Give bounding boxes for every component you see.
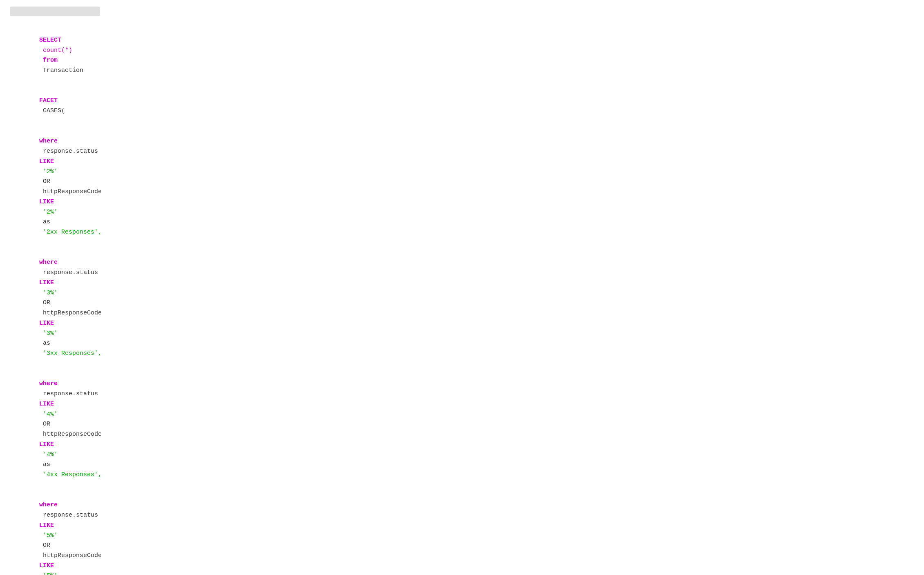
keyword-like-6: LIKE — [39, 441, 54, 448]
field-rs-4: response.status — [39, 512, 102, 519]
table-name: Transaction — [39, 67, 83, 74]
val-5pct-1: '5%' — [39, 532, 58, 539]
field-hrc-3: httpResponseCode — [39, 431, 105, 438]
code-line-6: where response.status LIKE '5%' OR httpR… — [10, 490, 914, 575]
keyword-where-2: where — [39, 259, 58, 266]
keyword-where-3: where — [39, 380, 58, 387]
val-5pct-2: '5%' — [39, 573, 58, 575]
keyword-cases: CASES( — [39, 107, 65, 114]
code-line-1: SELECT count(*) from Transaction — [10, 25, 914, 86]
kw-as-1: as — [39, 218, 50, 225]
kw-as-3: as — [39, 461, 50, 468]
keyword-where-4: where — [39, 501, 58, 508]
kw-or-4: OR — [39, 542, 50, 549]
keyword-facet: FACET — [39, 97, 58, 104]
val-3pct-2: '3%' — [39, 330, 58, 337]
kw-or-3: OR — [39, 421, 50, 428]
keyword-like-3: LIKE — [39, 279, 54, 286]
keyword-like-1: LIKE — [39, 158, 54, 165]
keyword-from: from — [39, 57, 58, 64]
query-code-block: SELECT count(*) from Transaction FACET C… — [10, 24, 914, 575]
field-rs-1: response.status — [39, 148, 102, 155]
label-4xx: '4xx Responses', — [39, 471, 102, 478]
field-hrc-1: httpResponseCode — [39, 188, 105, 195]
code-line-2: FACET CASES( — [10, 86, 914, 127]
field-hrc-4: httpResponseCode — [39, 552, 105, 559]
title-placeholder — [10, 7, 100, 16]
keyword-select: SELECT — [39, 37, 61, 44]
label-3xx: '3xx Responses', — [39, 350, 102, 357]
field-hrc-2: httpResponseCode — [39, 310, 105, 316]
keyword-like-7: LIKE — [39, 522, 54, 529]
val-2pct-2: '2%' — [39, 209, 58, 216]
val-3pct-1: '3%' — [39, 290, 58, 296]
keyword-like-5: LIKE — [39, 401, 54, 408]
field-rs-2: response.status — [39, 269, 102, 276]
keyword-like-8: LIKE — [39, 562, 54, 569]
label-2xx: '2xx Responses', — [39, 229, 102, 236]
val-2pct-1: '2%' — [39, 168, 58, 175]
code-line-5: where response.status LIKE '4%' OR httpR… — [10, 369, 914, 490]
val-4pct-1: '4%' — [39, 411, 58, 418]
val-4pct-2: '4%' — [39, 451, 58, 458]
page-container: SELECT count(*) from Transaction FACET C… — [0, 0, 924, 575]
kw-or-1: OR — [39, 178, 50, 185]
keyword-like-2: LIKE — [39, 198, 54, 205]
keyword-like-4: LIKE — [39, 320, 54, 327]
code-line-4: where response.status LIKE '3%' OR httpR… — [10, 248, 914, 369]
keyword-count: count(*) — [39, 47, 72, 54]
code-line-3: where response.status LIKE '2%' OR httpR… — [10, 127, 914, 248]
kw-as-2: as — [39, 340, 50, 347]
keyword-where-1: where — [39, 138, 58, 145]
kw-or-2: OR — [39, 299, 50, 306]
query-editor-area: SELECT count(*) from Transaction FACET C… — [0, 0, 924, 575]
field-rs-3: response.status — [39, 390, 102, 397]
